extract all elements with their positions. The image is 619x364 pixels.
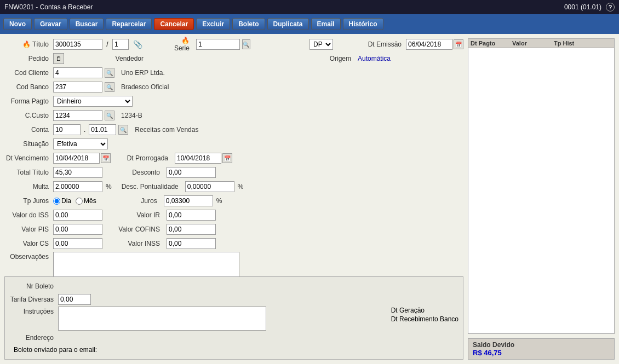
juros-percent: % xyxy=(216,197,222,205)
vendedor-label: Vendedor xyxy=(99,55,146,62)
saldo-box: Saldo Devido R$ 46,75 xyxy=(468,338,615,360)
buscar-button[interactable]: Buscar xyxy=(70,18,104,30)
valor-iss-input[interactable] xyxy=(53,210,102,221)
valor-cs-input[interactable] xyxy=(53,238,102,249)
tp-juros-radio-group: Dia Mês xyxy=(53,197,96,205)
forma-pagto-label: Forma Pagto xyxy=(4,97,51,105)
conta-desc: Receitas com Vendas xyxy=(135,126,198,134)
valor-inss-input[interactable] xyxy=(167,238,216,249)
gravar-button[interactable]: Gravar xyxy=(34,18,67,30)
ccusto-desc: 1234-B xyxy=(121,112,142,119)
novo-button[interactable]: Novo xyxy=(3,18,32,30)
help-icon[interactable]: ? xyxy=(606,3,615,11)
ccusto-search-button[interactable]: 🔍 xyxy=(105,111,114,120)
conta-search-button[interactable]: 🔍 xyxy=(118,125,128,135)
cod-cliente-label: Cod Cliente xyxy=(4,69,51,77)
dt-emissao-input[interactable] xyxy=(406,39,452,50)
cliente-name: Uno ERP Ltda. xyxy=(121,69,165,77)
multa-percent: % xyxy=(106,183,112,190)
cod-banco-search-button[interactable]: 🔍 xyxy=(105,82,114,92)
pedido-label: Pedido xyxy=(4,55,51,62)
endereco-label: Endereço xyxy=(9,334,56,342)
clip-icon: 📎 xyxy=(133,40,142,49)
titulo-input[interactable] xyxy=(53,39,102,50)
forma-pagto-select[interactable]: Dinheiro xyxy=(53,96,133,107)
conta-label: Conta xyxy=(4,126,51,134)
pedido-search-button[interactable]: 🗒 xyxy=(53,53,64,64)
bottom-section: Nr Boleto Tarifa Diversas Instruções Dt … xyxy=(4,276,463,360)
saldo-devido-value: R$ 46,75 xyxy=(473,349,610,357)
titulo-num-input[interactable] xyxy=(112,39,129,50)
dp-select[interactable]: DP xyxy=(310,39,333,50)
cod-cliente-search-button[interactable]: 🔍 xyxy=(105,68,114,78)
duplicata-button[interactable]: Duplicata xyxy=(267,18,309,30)
desc-pontualidade-label: Desc. Pontualidade xyxy=(122,183,181,190)
cod-banco-input[interactable] xyxy=(53,82,102,93)
reparcelar-button[interactable]: Reparcelar xyxy=(106,18,152,30)
saldo-devido-label: Saldo Devido xyxy=(473,341,610,349)
valor-cs-label: Valor CS xyxy=(4,240,51,247)
dt-vencimento-calendar[interactable]: 📅 xyxy=(101,153,111,163)
valor-pis-label: Valor PIS xyxy=(4,226,51,233)
origem-value: Automática xyxy=(358,55,391,62)
dt-prorrogada-label: Dt Prorrogada xyxy=(124,154,170,162)
radio-dia-label[interactable]: Dia xyxy=(53,197,71,205)
situacao-select[interactable]: Efetiva xyxy=(53,138,108,149)
valor-ir-input[interactable] xyxy=(167,210,216,221)
tarifa-diversas-label: Tarifa Diversas xyxy=(9,296,56,303)
tarifa-diversas-input[interactable] xyxy=(58,294,91,305)
excluir-button[interactable]: Excluir xyxy=(196,18,230,30)
boleto-button[interactable]: Boleto xyxy=(232,18,265,30)
dt-emissao-calendar-button[interactable]: 📅 xyxy=(454,39,463,49)
radio-mes[interactable] xyxy=(76,198,83,205)
ccusto-input[interactable] xyxy=(53,110,102,121)
title-bar: FNW0201 - Contas a Receber 0001 (01.01) … xyxy=(0,0,619,14)
titulo-label: 🔥 Título xyxy=(4,41,51,48)
valor-pis-input[interactable] xyxy=(53,224,102,235)
window-info: 0001 (01.01) xyxy=(564,3,601,11)
serie-label: 🔥 Serie xyxy=(169,37,192,52)
observacoes-textarea[interactable] xyxy=(53,252,239,279)
origem-label: Origem xyxy=(307,55,353,62)
juros-input[interactable] xyxy=(164,195,213,206)
conta-input2[interactable] xyxy=(89,124,116,135)
desc-pontualidade-percent: % xyxy=(238,183,244,190)
total-titulo-label: Total Título xyxy=(4,169,51,176)
multa-input[interactable] xyxy=(53,181,102,192)
radio-dia[interactable] xyxy=(53,198,60,205)
dt-prorrogada-calendar[interactable]: 📅 xyxy=(222,153,232,163)
serie-search-button[interactable]: 🔍 xyxy=(242,39,250,49)
dt-vencimento-input[interactable] xyxy=(53,153,100,164)
dt-vencimento-label: Dt Vencimento xyxy=(4,154,51,162)
radio-mes-label[interactable]: Mês xyxy=(76,197,96,205)
col-valor: Valor xyxy=(512,40,552,47)
payment-table-header: Dt Pagto Valor Tp Hist xyxy=(468,39,614,48)
valor-cofins-input[interactable] xyxy=(167,224,216,235)
instrucoes-label: Instruções xyxy=(9,307,56,315)
cod-cliente-input[interactable] xyxy=(53,67,102,78)
banco-name: Bradesco Oficial xyxy=(121,83,169,91)
left-panel: 🔥 Título / 📎 🔥 Serie 🔍 DP xyxy=(4,38,463,360)
toolbar: Novo Gravar Buscar Reparcelar Cancelar E… xyxy=(0,14,619,34)
valor-cofins-label: Valor COFINS xyxy=(116,226,162,233)
conta-input1[interactable] xyxy=(53,124,81,135)
multa-label: Multa xyxy=(4,183,51,190)
cancelar-button[interactable]: Cancelar xyxy=(154,18,194,30)
total-titulo-input[interactable] xyxy=(53,167,102,178)
content-area: 🔥 Título / 📎 🔥 Serie 🔍 DP xyxy=(0,34,619,364)
historico-button[interactable]: Histórico xyxy=(343,18,383,30)
desconto-input[interactable] xyxy=(167,167,216,178)
tp-juros-label: Tp Juros xyxy=(4,197,51,205)
payment-table: Dt Pagto Valor Tp Hist xyxy=(468,38,615,334)
dt-prorrogada-input[interactable] xyxy=(175,153,221,164)
dt-emissao-label: Dt Emissão xyxy=(357,41,404,48)
col-tp-hist: Tp Hist xyxy=(554,40,593,47)
boleto-email-label: Boleto enviado para o email: xyxy=(14,346,97,354)
desc-pontualidade-input[interactable] xyxy=(185,181,234,192)
serie-input[interactable] xyxy=(196,39,240,50)
instrucoes-textarea[interactable] xyxy=(58,307,266,331)
valor-iss-label: Valor do ISS xyxy=(4,211,51,219)
situacao-label: Situação xyxy=(4,140,51,148)
email-button[interactable]: Email xyxy=(311,18,341,30)
col-actions xyxy=(595,40,612,47)
